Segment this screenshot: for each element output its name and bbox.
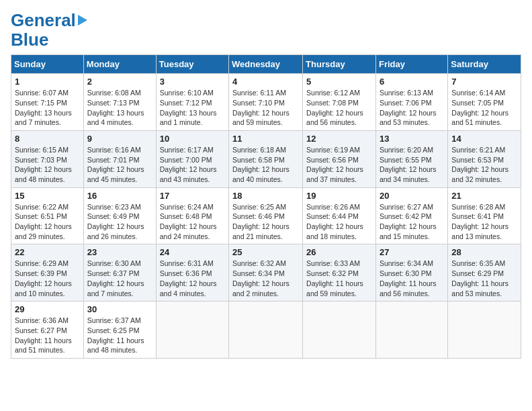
header-tuesday: Tuesday [156, 55, 228, 74]
calendar-cell: 17Sunrise: 6:24 AM Sunset: 6:48 PM Dayli… [156, 187, 228, 244]
day-info: Sunrise: 6:16 AM Sunset: 7:01 PM Dayligh… [87, 145, 152, 185]
logo-general-text: General [11, 11, 76, 30]
day-number: 24 [160, 247, 225, 257]
day-number: 16 [87, 191, 152, 201]
day-number: 30 [87, 304, 152, 314]
day-number: 20 [380, 191, 444, 201]
day-number: 11 [232, 134, 299, 144]
day-info: Sunrise: 6:26 AM Sunset: 6:44 PM Dayligh… [306, 202, 372, 242]
day-info: Sunrise: 6:27 AM Sunset: 6:42 PM Dayligh… [380, 202, 444, 242]
header-sunday: Sunday [11, 55, 84, 74]
day-number: 23 [87, 247, 152, 257]
day-number: 2 [87, 77, 152, 87]
calendar-cell: 28Sunrise: 6:35 AM Sunset: 6:29 PM Dayli… [448, 244, 521, 302]
logo: General Blue [11, 11, 87, 49]
calendar-cell: 25Sunrise: 6:32 AM Sunset: 6:34 PM Dayli… [229, 244, 303, 302]
day-number: 21 [451, 191, 517, 201]
calendar-cell: 5Sunrise: 6:12 AM Sunset: 7:08 PM Daylig… [303, 74, 376, 131]
calendar-cell: 4Sunrise: 6:11 AM Sunset: 7:10 PM Daylig… [229, 74, 303, 131]
calendar-cell: 11Sunrise: 6:18 AM Sunset: 6:58 PM Dayli… [229, 130, 303, 187]
day-number: 29 [15, 304, 80, 314]
calendar-cell: 12Sunrise: 6:19 AM Sunset: 6:56 PM Dayli… [303, 130, 376, 187]
calendar-cell: 13Sunrise: 6:20 AM Sunset: 6:55 PM Dayli… [375, 130, 447, 187]
header-friday: Friday [375, 55, 447, 74]
day-number: 5 [306, 77, 372, 87]
day-number: 3 [160, 77, 225, 87]
day-info: Sunrise: 6:25 AM Sunset: 6:46 PM Dayligh… [232, 202, 299, 242]
day-info: Sunrise: 6:34 AM Sunset: 6:30 PM Dayligh… [380, 259, 444, 298]
header-saturday: Saturday [448, 55, 521, 74]
day-number: 18 [232, 191, 299, 201]
day-info: Sunrise: 6:17 AM Sunset: 7:00 PM Dayligh… [160, 145, 225, 185]
calendar-cell: 7Sunrise: 6:14 AM Sunset: 7:05 PM Daylig… [448, 74, 521, 131]
logo-arrow-icon [78, 15, 87, 26]
day-number: 25 [232, 247, 299, 257]
header-thursday: Thursday [303, 55, 376, 74]
day-number: 12 [306, 134, 372, 144]
day-info: Sunrise: 6:18 AM Sunset: 6:58 PM Dayligh… [232, 145, 299, 185]
calendar-cell: 20Sunrise: 6:27 AM Sunset: 6:42 PM Dayli… [375, 187, 447, 244]
day-number: 4 [232, 77, 299, 87]
calendar-week-row: 29Sunrise: 6:36 AM Sunset: 6:27 PM Dayli… [11, 302, 521, 359]
calendar-cell: 22Sunrise: 6:29 AM Sunset: 6:39 PM Dayli… [11, 244, 84, 302]
day-number: 27 [380, 247, 444, 257]
calendar-cell: 24Sunrise: 6:31 AM Sunset: 6:36 PM Dayli… [156, 244, 228, 302]
day-number: 26 [306, 247, 372, 257]
calendar-week-row: 22Sunrise: 6:29 AM Sunset: 6:39 PM Dayli… [11, 244, 521, 302]
calendar-cell: 14Sunrise: 6:21 AM Sunset: 6:53 PM Dayli… [448, 130, 521, 187]
day-info: Sunrise: 6:30 AM Sunset: 6:37 PM Dayligh… [87, 259, 152, 298]
day-info: Sunrise: 6:19 AM Sunset: 6:56 PM Dayligh… [306, 145, 372, 185]
header-wednesday: Wednesday [229, 55, 303, 74]
day-info: Sunrise: 6:33 AM Sunset: 6:32 PM Dayligh… [306, 259, 372, 298]
day-number: 8 [15, 134, 80, 144]
page-header: General Blue [11, 11, 521, 49]
logo-blue-text: Blue [11, 30, 48, 50]
calendar-cell: 21Sunrise: 6:28 AM Sunset: 6:41 PM Dayli… [448, 187, 521, 244]
calendar-cell: 8Sunrise: 6:15 AM Sunset: 7:03 PM Daylig… [11, 130, 84, 187]
day-number: 17 [160, 191, 225, 201]
calendar-cell: 29Sunrise: 6:36 AM Sunset: 6:27 PM Dayli… [11, 302, 84, 359]
calendar-cell [448, 302, 521, 359]
day-info: Sunrise: 6:22 AM Sunset: 6:51 PM Dayligh… [15, 202, 80, 242]
day-number: 15 [15, 191, 80, 201]
calendar-week-row: 15Sunrise: 6:22 AM Sunset: 6:51 PM Dayli… [11, 187, 521, 244]
day-info: Sunrise: 6:32 AM Sunset: 6:34 PM Dayligh… [232, 259, 299, 298]
day-number: 10 [160, 134, 225, 144]
day-number: 14 [451, 134, 517, 144]
day-number: 7 [451, 77, 517, 87]
calendar-table: SundayMondayTuesdayWednesdayThursdayFrid… [11, 54, 521, 359]
day-info: Sunrise: 6:15 AM Sunset: 7:03 PM Dayligh… [15, 145, 80, 185]
calendar-cell: 3Sunrise: 6:10 AM Sunset: 7:12 PM Daylig… [156, 74, 228, 131]
calendar-cell [303, 302, 376, 359]
calendar-cell [229, 302, 303, 359]
calendar-cell: 10Sunrise: 6:17 AM Sunset: 7:00 PM Dayli… [156, 130, 228, 187]
day-info: Sunrise: 6:13 AM Sunset: 7:06 PM Dayligh… [380, 88, 444, 128]
calendar-header-row: SundayMondayTuesdayWednesdayThursdayFrid… [11, 55, 521, 74]
day-info: Sunrise: 6:07 AM Sunset: 7:15 PM Dayligh… [15, 88, 80, 128]
calendar-cell: 1Sunrise: 6:07 AM Sunset: 7:15 PM Daylig… [11, 74, 84, 131]
calendar-cell: 18Sunrise: 6:25 AM Sunset: 6:46 PM Dayli… [229, 187, 303, 244]
day-info: Sunrise: 6:08 AM Sunset: 7:13 PM Dayligh… [87, 88, 152, 128]
calendar-cell: 26Sunrise: 6:33 AM Sunset: 6:32 PM Dayli… [303, 244, 376, 302]
day-number: 28 [451, 247, 517, 257]
day-info: Sunrise: 6:28 AM Sunset: 6:41 PM Dayligh… [451, 202, 517, 242]
calendar-cell [156, 302, 228, 359]
day-info: Sunrise: 6:21 AM Sunset: 6:53 PM Dayligh… [451, 145, 517, 185]
calendar-cell: 2Sunrise: 6:08 AM Sunset: 7:13 PM Daylig… [83, 74, 156, 131]
day-number: 19 [306, 191, 372, 201]
calendar-cell: 6Sunrise: 6:13 AM Sunset: 7:06 PM Daylig… [375, 74, 447, 131]
day-info: Sunrise: 6:29 AM Sunset: 6:39 PM Dayligh… [15, 259, 80, 298]
day-info: Sunrise: 6:24 AM Sunset: 6:48 PM Dayligh… [160, 202, 225, 242]
day-info: Sunrise: 6:12 AM Sunset: 7:08 PM Dayligh… [306, 88, 372, 128]
day-number: 1 [15, 77, 80, 87]
calendar-cell: 23Sunrise: 6:30 AM Sunset: 6:37 PM Dayli… [83, 244, 156, 302]
day-number: 6 [380, 77, 444, 87]
calendar-week-row: 8Sunrise: 6:15 AM Sunset: 7:03 PM Daylig… [11, 130, 521, 187]
calendar-cell [375, 302, 447, 359]
day-info: Sunrise: 6:10 AM Sunset: 7:12 PM Dayligh… [160, 88, 225, 128]
day-number: 13 [380, 134, 444, 144]
calendar-week-row: 1Sunrise: 6:07 AM Sunset: 7:15 PM Daylig… [11, 74, 521, 131]
header-monday: Monday [83, 55, 156, 74]
calendar-cell: 15Sunrise: 6:22 AM Sunset: 6:51 PM Dayli… [11, 187, 84, 244]
calendar-cell: 19Sunrise: 6:26 AM Sunset: 6:44 PM Dayli… [303, 187, 376, 244]
